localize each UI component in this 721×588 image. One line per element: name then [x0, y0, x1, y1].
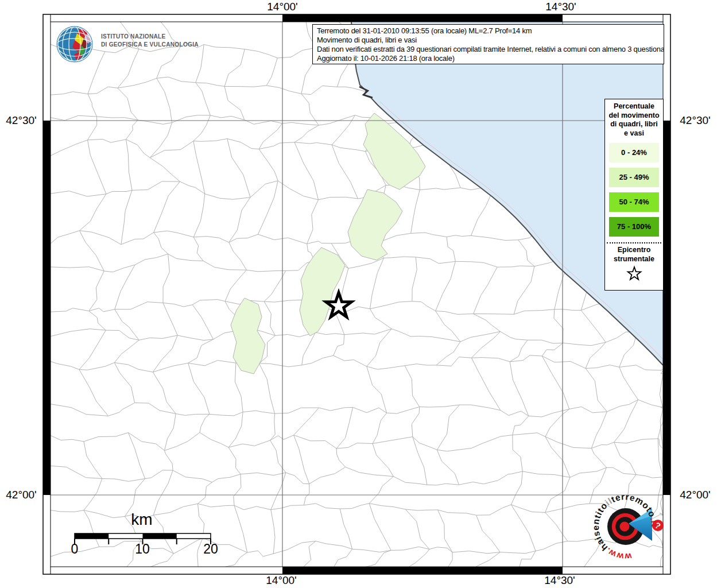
frame-black-right: [663, 121, 670, 495]
haisentito-site-logo: ? www.haisentitoilterremoto.it: [587, 488, 670, 571]
legend-title: Percentuale del movimento di quadri, lib…: [608, 102, 660, 138]
scalebar-segment: [143, 533, 177, 539]
scalebar-segment: [75, 533, 108, 539]
ingv-institute-line2: DI GEOFISICA E VULCANOLOGIA: [101, 40, 199, 48]
star-icon: [626, 265, 643, 281]
ingv-institute-line1: ISTITUTO NAZIONALE: [101, 32, 199, 40]
ingv-institute-name: ISTITUTO NAZIONALE DI GEOFISICA E VULCAN…: [101, 32, 199, 48]
lon-label-top-left: 14°00': [267, 1, 298, 13]
lat-label-right-top: 42°30': [680, 114, 711, 127]
legend-swatch-25-49: 25 - 49%: [609, 168, 659, 187]
event-data-note: Dati non verificati estratti da 39 quest…: [317, 45, 660, 54]
logo-text-haisentito: haisentito: [591, 501, 610, 553]
legend-separator: [607, 242, 661, 243]
frame-black-left: [43, 121, 51, 495]
lat-label-left-top: 42°30': [6, 114, 37, 127]
event-info-box: Terremoto del 31-01-2010 09:13:55 (ora l…: [312, 24, 664, 64]
lon-label-top-right: 14°30': [545, 1, 576, 13]
ingv-globe-logo: [55, 25, 94, 64]
scalebar-tick-0: 0: [71, 541, 79, 557]
legend: Percentuale del movimento di quadri, lib…: [604, 99, 664, 291]
legend-epicenter-label-2: strumentale: [605, 255, 663, 264]
scalebar-unit: km: [131, 510, 152, 529]
ingv-felt-map-page: ISTITUTO NAZIONALE DI GEOFISICA E VULCAN…: [0, 0, 721, 588]
frame-black-bottom: [282, 567, 563, 574]
scalebar-tick-20: 20: [203, 541, 218, 557]
event-title: Terremoto del 31-01-2010 09:13:55 (ora l…: [317, 26, 660, 36]
legend-swatch-75-100: 75 - 100%: [609, 217, 659, 237]
legend-epicenter-star: [627, 267, 641, 280]
logo-red-center: [620, 522, 630, 532]
legend-swatch-50-74: 50 - 74%: [609, 192, 659, 212]
legend-epicenter-label-1: Epicentro: [605, 246, 663, 255]
lon-label-bottom-left: 14°00': [266, 574, 297, 587]
frame-black-top: [282, 14, 563, 22]
logo-text-www: www.: [603, 546, 633, 562]
lon-label-bottom-right: 14°30': [544, 574, 575, 587]
event-updated: Aggiornato il: 10-01-2026 21:18 (ora loc…: [317, 54, 660, 63]
legend-swatch-0-24: 0 - 24%: [609, 143, 659, 163]
lat-label-right-bottom: 42°00': [680, 489, 711, 501]
scalebar-tick-10: 10: [135, 541, 150, 557]
lat-label-left-bottom: 42°00': [6, 489, 37, 501]
event-effect: Movimento di quadri, libri e vasi: [317, 36, 660, 45]
